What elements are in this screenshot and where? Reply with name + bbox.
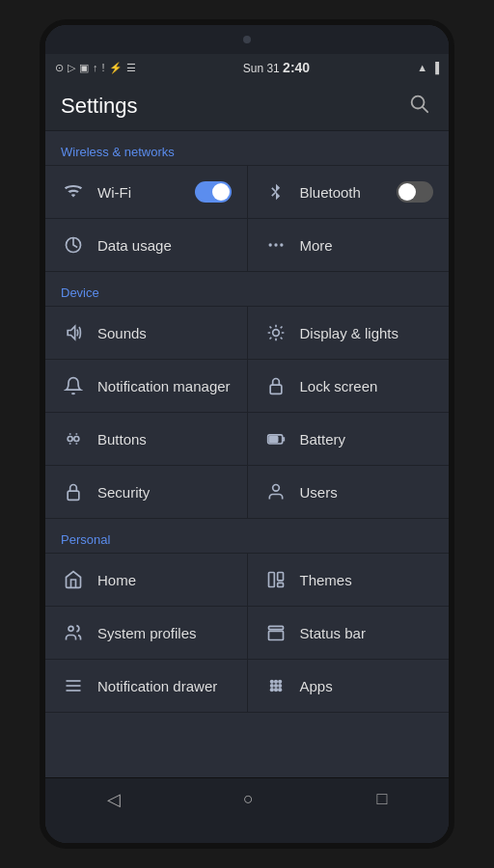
wifi-toggle[interactable] (195, 181, 232, 203)
section-header-wireless: Wireless & networks (45, 131, 449, 165)
svg-point-3 (268, 243, 271, 246)
bluetooth-label: Bluetooth (300, 184, 361, 201)
setting-item-more[interactable]: More (248, 219, 450, 271)
home-button[interactable]: ○ (224, 781, 273, 817)
notification-manager-icon (61, 373, 86, 398)
bluetooth-toggle[interactable] (397, 181, 433, 203)
svg-rect-16 (277, 583, 283, 586)
svg-rect-12 (68, 491, 79, 500)
svg-line-1 (423, 107, 427, 112)
setting-item-wifi[interactable]: Wi-Fi (45, 166, 248, 218)
security-label: Security (97, 484, 150, 501)
home-icon (61, 567, 86, 592)
svg-point-24 (273, 680, 277, 684)
notification-drawer-label: Notification drawer (97, 678, 217, 694)
buttons-icon (61, 426, 86, 451)
bluetooth-icon (263, 179, 288, 204)
users-label: Users (300, 484, 338, 501)
recent-button[interactable]: □ (357, 781, 406, 817)
setting-item-apps[interactable]: Apps (248, 660, 450, 712)
setting-item-notification-drawer[interactable]: Notification drawer (45, 660, 248, 712)
section-header-device: Device (45, 272, 449, 306)
svg-point-26 (269, 684, 273, 688)
row-wifi-bluetooth: Wi-Fi (45, 166, 449, 219)
setting-item-battery[interactable]: Battery (248, 413, 450, 465)
setting-item-home[interactable]: Home (45, 554, 248, 606)
page-title: Settings (61, 94, 138, 119)
section-device: Device Sounds (45, 272, 449, 519)
svg-point-27 (273, 684, 277, 688)
svg-point-6 (272, 330, 279, 337)
device-frame: ⊙ ▷ ▣ ↑ ! ⚡ ☰ Sun 31 2:40 ▲ ▐ Settings (40, 19, 454, 849)
search-button[interactable] (404, 89, 433, 122)
status-icon-2: ▷ (68, 62, 75, 74)
svg-point-23 (269, 680, 273, 684)
svg-rect-18 (268, 626, 283, 629)
apps-icon (263, 673, 288, 698)
svg-point-25 (278, 680, 282, 684)
svg-point-9 (74, 437, 79, 442)
setting-item-display-lights[interactable]: Display & lights (248, 307, 450, 359)
setting-item-security[interactable]: Security (45, 466, 248, 518)
svg-point-13 (272, 485, 279, 492)
status-icon-5: ! (102, 62, 105, 73)
settings-header: Settings (45, 81, 449, 131)
setting-item-system-profiles[interactable]: System profiles (45, 607, 248, 659)
wireless-group: Wi-Fi (45, 165, 449, 272)
row-buttons-battery: Buttons Battery (45, 413, 449, 466)
svg-point-5 (280, 243, 283, 246)
setting-item-data-usage[interactable]: Data usage (45, 219, 248, 271)
status-icon-3: ▣ (79, 62, 89, 74)
status-icon-6: ⚡ (109, 62, 123, 74)
system-profiles-icon (61, 620, 86, 645)
bottom-spacer (45, 713, 449, 732)
status-right-icons: ▲ ▐ (417, 62, 439, 73)
setting-item-sounds[interactable]: Sounds (45, 307, 248, 359)
status-bar-icon (263, 620, 288, 645)
data-usage-icon (61, 232, 86, 258)
notification-drawer-icon (61, 673, 86, 698)
setting-item-bluetooth[interactable]: Bluetooth (248, 166, 450, 218)
svg-point-8 (68, 437, 72, 442)
svg-rect-11 (269, 437, 277, 443)
more-icon (263, 232, 288, 258)
setting-item-buttons[interactable]: Buttons (45, 413, 248, 465)
buttons-label: Buttons (97, 431, 147, 448)
section-wireless: Wireless & networks Wi-Fi (45, 131, 449, 272)
setting-item-notification-manager[interactable]: Notification manager (45, 360, 248, 412)
wifi-icon (61, 179, 86, 204)
row-profiles-statusbar: System profiles Status bar (45, 607, 449, 660)
lock-screen-label: Lock screen (300, 378, 378, 394)
section-header-personal: Personal (45, 519, 449, 553)
setting-item-themes[interactable]: Themes (248, 554, 450, 606)
row-security-users: Security Users (45, 466, 449, 518)
row-sounds-display: Sounds Display & lights (45, 307, 449, 360)
back-button[interactable]: ◁ (88, 781, 140, 818)
personal-group: Home Themes (45, 553, 449, 713)
sounds-label: Sounds (97, 325, 147, 341)
status-icon-4: ↑ (93, 62, 98, 73)
svg-point-4 (274, 243, 277, 246)
battery-status-icon: ▐ (431, 62, 439, 73)
svg-point-31 (278, 688, 282, 692)
data-usage-label: Data usage (97, 237, 172, 254)
themes-label: Themes (300, 572, 352, 588)
security-icon (61, 479, 86, 504)
svg-point-30 (273, 688, 277, 692)
setting-item-status-bar[interactable]: Status bar (248, 607, 450, 659)
setting-item-lock-screen[interactable]: Lock screen (248, 360, 450, 412)
notification-manager-label: Notification manager (97, 378, 231, 394)
more-label: More (300, 237, 333, 254)
svg-point-17 (69, 626, 73, 631)
users-icon (263, 479, 288, 504)
row-notification-drawer-apps: Notification drawer (45, 660, 449, 712)
display-lights-icon (263, 320, 288, 345)
battery-label: Battery (300, 431, 346, 448)
system-profiles-label: System profiles (97, 625, 197, 641)
row-notification-lock: Notification manager Lock screen (45, 360, 449, 413)
status-left-icons: ⊙ ▷ ▣ ↑ ! ⚡ ☰ (55, 62, 136, 74)
themes-icon (263, 567, 288, 592)
svg-rect-15 (277, 573, 283, 581)
camera-dot (243, 36, 251, 43)
setting-item-users[interactable]: Users (248, 466, 450, 518)
